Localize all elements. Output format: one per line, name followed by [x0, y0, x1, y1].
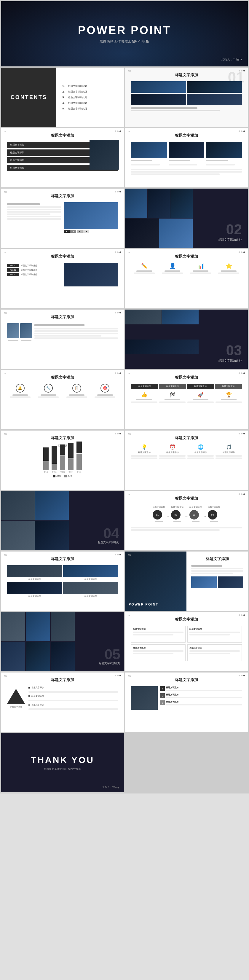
parts-image: [64, 263, 118, 286]
slide-title-16: 标题文字添加: [7, 677, 118, 682]
city-image-2: [187, 81, 242, 93]
slide-title-17: 标题文字添加: [131, 677, 242, 682]
bar-label-1: 类别1: [44, 471, 48, 474]
bar-label-2: 类别2: [52, 471, 56, 474]
bar-label-5: 类别5: [77, 471, 81, 474]
bridge-image: [89, 140, 119, 170]
part-item-1: Part 01 标题文字添加此处: [7, 264, 61, 267]
bar-group-1: 类别1: [43, 447, 49, 474]
circle-icon-3: 📋: [72, 384, 81, 393]
bar-9: [76, 442, 82, 453]
bar-4: [52, 465, 57, 470]
slide-title-7: 标题文字添加: [7, 314, 118, 320]
arrow-3: →: [203, 514, 206, 518]
slide-barchart: NO 标题文字添加 图表标题 类别1 类别2: [1, 431, 124, 490]
photo-cell-3: 标题文字添加: [7, 582, 62, 598]
slide-title-6: 标题文字添加: [131, 254, 242, 259]
star-icon: ⭐: [216, 263, 242, 269]
bar-label-4: 类别4: [68, 471, 73, 474]
num-badge-1: 1: [160, 686, 165, 691]
thankyou-author: 汇报人：Tiffany: [103, 786, 119, 789]
slide-5tabs: NO 标题文字添加 标题文字添加 标题文字添加 标题文字添加 标题文字添加 👍 …: [125, 370, 248, 430]
tab-2: 标题文字添加: [159, 384, 186, 389]
flag-icon: 🏁: [159, 392, 186, 398]
slide-powerpoint-section: POWER POINT NO 标题文字添加: [125, 552, 248, 611]
pp-right-panel: NO 标题文字添加: [186, 552, 248, 611]
trophy-icon: 🏆: [216, 392, 242, 398]
hero-subtitle: 黑白简约工作总结汇报PPT模板: [78, 39, 171, 44]
contents-item-4: 4. 标题文字添加此处: [62, 102, 118, 105]
contents-right-panel: 1. 标题文字添加此处 2. 标题文字添加此处 3. 标题文字添加此处 4. 标…: [56, 68, 124, 127]
photo-2: [169, 142, 205, 158]
process-step-2: 标题文字添加 02: [171, 506, 184, 523]
slide-title-10: 标题文字添加: [7, 435, 118, 441]
section-02-text: 02 标题文字添加此处: [218, 223, 242, 242]
slide-title-4: 标题文字添加: [7, 193, 118, 199]
bar-7: [68, 443, 73, 458]
circle-icon-2: 🔧: [44, 384, 53, 393]
num-badge-3: 3: [160, 700, 165, 705]
bar-3: [52, 446, 57, 464]
person-icon: 👤: [159, 263, 186, 269]
bar-group-4: 类别4: [68, 443, 73, 474]
contents-left-panel: CONTENTS: [1, 68, 56, 127]
process-step-4: 标题文字添加 04: [208, 506, 220, 523]
num-badge-2: 2: [160, 693, 165, 698]
tab-3: 标题文字添加: [187, 384, 214, 389]
slide-title-14: 标题文字添加: [191, 556, 243, 562]
chart-icon: 📊: [187, 263, 214, 269]
contents-item-2: 2. 标题文字添加此处: [62, 90, 118, 94]
slide-section01-right: NO 01 标题文字添加: [125, 68, 248, 127]
photo-1: [131, 142, 167, 158]
bar-8: [68, 458, 73, 470]
section-03-text: 03 标题文字添加此处: [218, 344, 242, 363]
slide-title-5: 标题文字添加: [7, 254, 118, 259]
person-2: [20, 323, 32, 338]
rocket-icon: 🚀: [187, 392, 214, 398]
slide-title-12: 标题文字添加: [131, 496, 242, 501]
hero-author: 汇报人：Tiffany: [221, 57, 242, 62]
thankyou-title: THANK YOU: [31, 755, 94, 765]
photo-cell-1: 标题文字添加: [7, 565, 62, 581]
city-image-3: [131, 94, 186, 105]
slide-4boxes: NO 标题文字添加 标题文字添加 标题文字添加 标题文字添加: [125, 612, 248, 671]
photo-cell-4: 标题文字添加: [63, 582, 118, 598]
slide-title-13: 标题文字添加: [7, 556, 118, 562]
slide-section05: 05 标题文字添加此处: [1, 612, 124, 671]
slide-circle-icons: NO 标题文字添加 🔔 🔧 📋: [1, 370, 124, 430]
legend-1: 系列1: [53, 475, 61, 477]
bar-1: [43, 447, 49, 461]
clock-icon: ⏰: [159, 444, 186, 450]
part-item-2: Part 02 标题文字添加此处: [7, 268, 61, 272]
slide-content-boxes: NO 标题文字添加 标题文字添加 标题文字添加 标题文字添加 标题文字添加: [1, 128, 124, 188]
slide-meeting: NO 标题文字添加 1 标题文字添加: [125, 673, 248, 732]
slide-title-15: 标题文字添加: [131, 617, 242, 622]
city-image-4: [187, 94, 242, 105]
arrow-2: →: [185, 514, 188, 518]
box-cell-1: 标题文字添加: [131, 626, 186, 643]
edit-icon: ✏️: [131, 263, 157, 269]
thumb-icon: 👍: [131, 392, 157, 398]
contents-item-5: 5. 标题文字添加此处: [62, 107, 118, 110]
bar-2: [43, 461, 49, 470]
music-icon: 🎵: [216, 444, 242, 450]
arrow-1: →: [166, 514, 170, 518]
bar-label-3: 类别3: [60, 471, 65, 474]
contents-title: CONTENTS: [11, 94, 47, 100]
tri-row-2: 标题文字添加: [29, 695, 118, 698]
slide-deck: POWER POINT 黑白简约工作总结汇报PPT模板 汇报人：Tiffany …: [0, 0, 249, 794]
slide-title-9: 标题文字添加: [131, 375, 242, 380]
box-cell-2: 标题文字添加: [187, 626, 242, 643]
thankyou-subtitle: 黑白简约工作总结汇报PPT模板: [44, 767, 81, 771]
bar-group-2: 类别2: [52, 446, 57, 474]
slide-title-2: 标题文字添加: [7, 133, 118, 138]
slide-hero: POWER POINT 黑白简约工作总结汇报PPT模板 汇报人：Tiffany: [1, 1, 248, 67]
legend-2: 系列2: [64, 475, 72, 477]
triangle-deco: [7, 689, 25, 704]
circle-icon-4: 🎯: [100, 384, 109, 393]
process-step-3: 标题文字添加 03: [189, 506, 202, 523]
bar-5: [60, 444, 65, 455]
tab-1: 标题文字添加: [131, 384, 158, 389]
right-image: [64, 202, 118, 229]
tab-4: 标题文字添加: [215, 384, 242, 389]
